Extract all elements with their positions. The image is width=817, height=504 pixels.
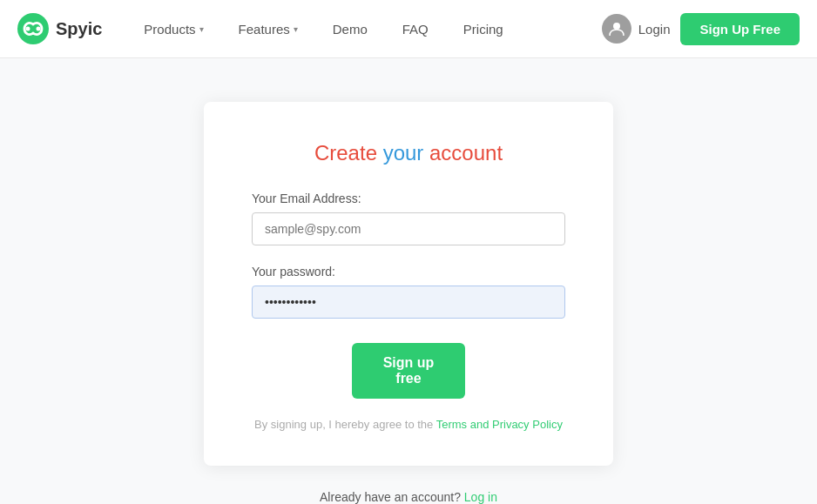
nav-products-label: Products [144, 22, 195, 37]
svg-point-0 [17, 13, 49, 44]
spyic-logo-icon [17, 13, 49, 44]
already-text: Already have an account? [320, 490, 464, 504]
nav-signup-button[interactable]: Sign Up Free [680, 13, 800, 45]
password-input[interactable] [252, 286, 565, 319]
password-label: Your password: [252, 265, 565, 279]
nav-item-features[interactable]: Features ▾ [223, 15, 314, 44]
nav-pricing-label: Pricing [463, 22, 503, 37]
card-title: Create your account [252, 141, 565, 165]
already-account-text: Already have an account? Log in [320, 490, 497, 504]
nav-item-pricing[interactable]: Pricing [448, 15, 519, 44]
signup-card: Create your account Your Email Address: … [204, 102, 613, 466]
nav-right: Login Sign Up Free [602, 13, 800, 45]
svg-point-1 [26, 27, 30, 31]
title-account: account [423, 141, 503, 165]
terms-link[interactable]: Terms and Privacy Policy [436, 418, 563, 431]
login-link[interactable]: Log in [464, 490, 497, 504]
email-label: Your Email Address: [252, 192, 565, 205]
brand-name: Spyic [56, 19, 102, 39]
login-area[interactable]: Login [602, 14, 671, 44]
user-icon [602, 14, 631, 44]
email-group: Your Email Address: [252, 192, 565, 245]
nav-item-demo[interactable]: Demo [317, 15, 383, 44]
chevron-down-icon: ▾ [294, 24, 298, 34]
nav-features-label: Features [239, 22, 290, 37]
nav-item-faq[interactable]: FAQ [387, 15, 444, 44]
navbar: Spyic Products ▾ Features ▾ Demo FAQ Pri… [0, 0, 817, 58]
person-icon [608, 20, 625, 37]
nav-links: Products ▾ Features ▾ Demo FAQ Pricing [128, 15, 601, 44]
email-input[interactable] [252, 212, 565, 245]
logo-link[interactable]: Spyic [17, 13, 102, 44]
signup-submit-button[interactable]: Sign up free [352, 343, 465, 399]
title-your: your [383, 141, 424, 165]
terms-before: By signing up, I hereby agree to the [254, 418, 436, 431]
svg-point-3 [613, 23, 620, 30]
password-group: Your password: [252, 265, 565, 319]
nav-demo-label: Demo [333, 22, 368, 37]
main-content: Create your account Your Email Address: … [0, 58, 817, 504]
terms-text: By signing up, I hereby agree to the Ter… [252, 418, 565, 431]
chevron-down-icon: ▾ [199, 24, 204, 34]
title-create: Create [314, 141, 383, 165]
nav-item-products[interactable]: Products ▾ [128, 15, 219, 44]
login-label: Login [638, 22, 671, 37]
svg-point-2 [37, 27, 41, 31]
nav-faq-label: FAQ [402, 22, 429, 37]
